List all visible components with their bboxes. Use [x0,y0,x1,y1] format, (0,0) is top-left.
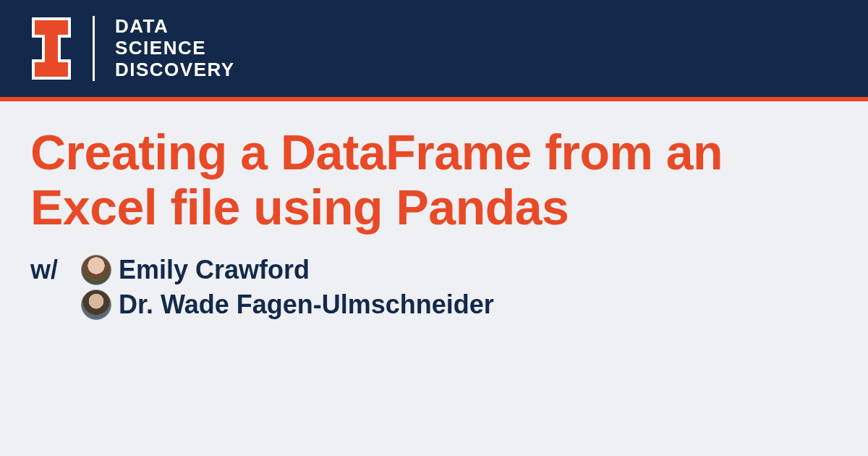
avatar [81,255,111,285]
brand-line-2: SCIENCE [115,38,235,59]
author-row: Dr. Wade Fagen-Ulmschneider [81,290,838,320]
block-i-icon [30,16,72,81]
logo-block: DATA SCIENCE DISCOVERY [30,16,235,81]
content-area: Creating a DataFrame from an Excel file … [0,101,868,320]
illinois-block-i-logo [30,16,72,81]
authors-section: w/ Emily Crawford Dr. Wade Fagen-Ulmschn… [30,255,838,320]
author-name: Dr. Wade Fagen-Ulmschneider [119,290,494,320]
author-name: Emily Crawford [119,255,310,285]
brand-line-1: DATA [115,16,235,38]
avatar [81,290,111,320]
brand-name: DATA SCIENCE DISCOVERY [115,16,235,81]
author-row: w/ Emily Crawford [30,255,838,285]
vertical-divider [93,16,95,81]
with-label: w/ [30,255,74,285]
page-title: Creating a DataFrame from an Excel file … [30,124,838,235]
page-header: DATA SCIENCE DISCOVERY [0,0,868,101]
brand-line-3: DISCOVERY [115,59,235,81]
